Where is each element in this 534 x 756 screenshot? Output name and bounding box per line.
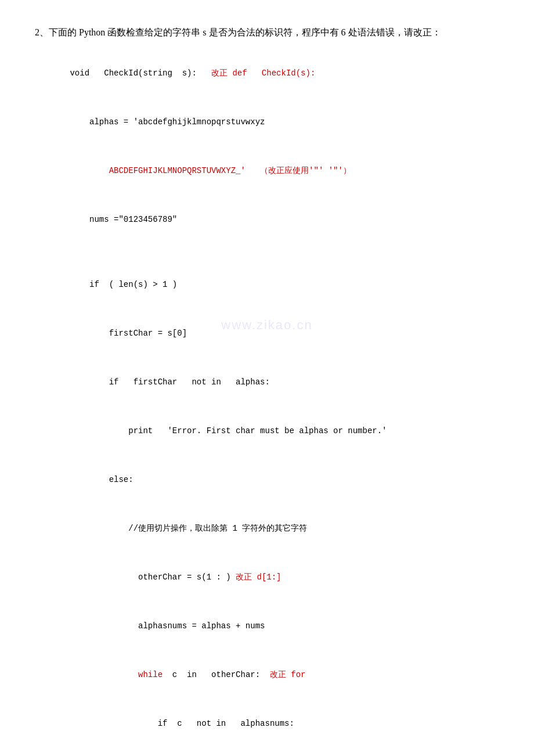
code-line-15: print 'Error. Other chars must be alphas… bbox=[41, 748, 499, 756]
code-text: c in otherChar: bbox=[163, 670, 270, 679]
code-text-red: ABCDEFGHIJKLMNOPQRSTUVWXYZ_' （改正应使用'"' '… bbox=[70, 166, 351, 175]
code-text: otherChar = s(1 : ) bbox=[70, 573, 230, 582]
code-line-10: //使用切片操作，取出除第 1 字符外的其它字符 bbox=[41, 504, 499, 553]
code-keyword-while: while bbox=[138, 670, 163, 679]
code-line-3: ABCDEFGHIJKLMNOPQRSTUVWXYZ_' （改正应使用'"' '… bbox=[41, 146, 499, 195]
code-line-2: alphas = 'abcdefghijklmnopqrstuvwxyz bbox=[41, 98, 499, 146]
code-correction: 改正 def CheckId(s): bbox=[211, 69, 315, 78]
section-2: 2、下面的 Python 函数检查给定的字符串 s 是否为合法的标识符，程序中有… bbox=[35, 23, 499, 756]
code-line-4: nums ="0123456789" bbox=[41, 195, 499, 244]
code-text: if firstChar not in alphas: bbox=[70, 377, 269, 387]
code-line-12: alphasnums = alphas + nums bbox=[41, 602, 499, 650]
code-text: nums ="0123456789" bbox=[70, 215, 177, 224]
code-line-7: if firstChar not in alphas: bbox=[41, 358, 499, 406]
code-text: alphasnums = alphas + nums bbox=[70, 621, 265, 631]
section-2-title: 2、下面的 Python 函数检查给定的字符串 s 是否为合法的标识符，程序中有… bbox=[35, 23, 499, 42]
code-line-1: void CheckId(string s): 改正 def CheckId(s… bbox=[41, 49, 499, 98]
code-text: //使用切片操作，取出除第 1 字符外的其它字符 bbox=[70, 524, 307, 533]
code-line-5: if ( len(s) > 1 ) bbox=[41, 260, 499, 309]
code-text: if ( len(s) > 1 ) bbox=[70, 280, 177, 289]
code-text: void CheckId(string s): bbox=[70, 69, 211, 78]
code-line-8: print 'Error. First char must be alphas … bbox=[41, 406, 499, 455]
code-line-9: else: bbox=[41, 455, 499, 504]
code-text: firstChar = s[0] bbox=[70, 329, 187, 338]
code-text: if c not in alphasnums: bbox=[70, 719, 294, 728]
code-line-blank bbox=[41, 244, 499, 260]
code-text: else: bbox=[70, 475, 133, 484]
code-correction: 改正 d[1:] bbox=[231, 573, 282, 582]
code-text: alphas = 'abcdefghijklmnopqrstuvwxyz bbox=[70, 117, 265, 127]
code-block-section2: void CheckId(string s): 改正 def CheckId(s… bbox=[41, 49, 499, 756]
code-line-13: while c in otherChar: 改正 for bbox=[41, 650, 499, 699]
code-correction: 改正 for bbox=[270, 670, 306, 679]
code-line-14: if c not in alphasnums: bbox=[41, 699, 499, 748]
code-line-11: otherChar = s(1 : ) 改正 d[1:] bbox=[41, 553, 499, 602]
code-line-6: firstChar = s[0] bbox=[41, 309, 499, 358]
code-text: print 'Error. First char must be alphas … bbox=[70, 426, 387, 435]
code-text bbox=[70, 670, 138, 679]
